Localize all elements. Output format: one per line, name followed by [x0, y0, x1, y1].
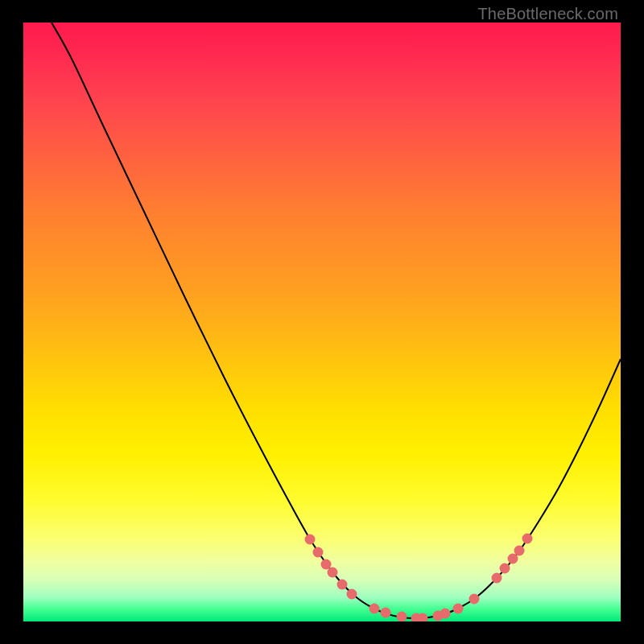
- chart-container: TheBottleneck.com: [0, 0, 644, 644]
- watermark-text: TheBottleneck.com: [477, 5, 618, 23]
- plot-area: [23, 23, 621, 621]
